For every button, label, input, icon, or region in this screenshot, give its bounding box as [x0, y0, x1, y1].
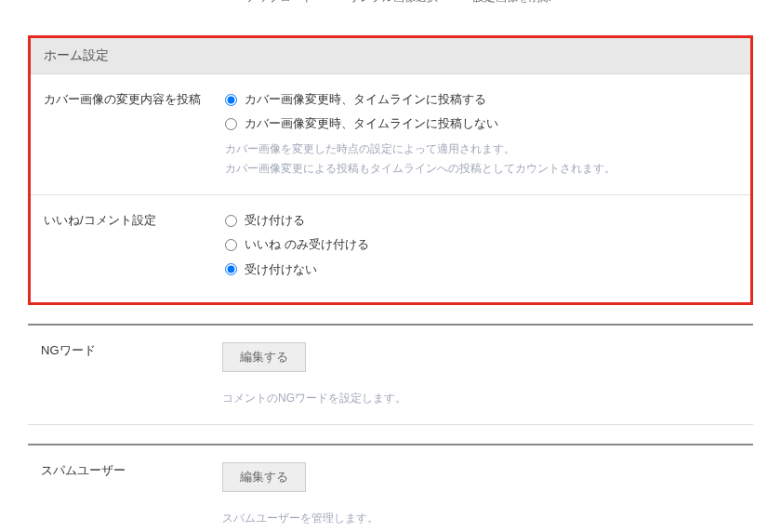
spam-edit-button[interactable]: 編集する [222, 462, 306, 492]
ngword-help: コメントのNGワードを設定します。 [222, 389, 740, 407]
cover-post-radio-nopost[interactable] [225, 118, 237, 130]
cover-post-radio-post[interactable] [225, 94, 237, 106]
like-comment-option-accept[interactable]: 受け付ける [225, 212, 737, 229]
spam-panel: スパムユーザー 編集する スパムユーザーを管理します。 [28, 444, 753, 532]
like-comment-label: いいね/コメント設定 [44, 212, 225, 286]
like-comment-row: いいね/コメント設定 受け付ける いいね のみ受け付ける 受け付けない [31, 195, 750, 302]
cover-post-row: カバー画像の変更内容を投稿 カバー画像変更時、タイムラインに投稿する カバー画像… [31, 74, 750, 195]
home-settings-header: ホーム設定 [31, 38, 750, 74]
ngword-panel: NGワード 編集する コメントのNGワードを設定します。 [28, 324, 753, 425]
top-button-row: アップロード サンプル画像選択 設定画像を削除 [232, 0, 753, 17]
cover-post-help: カバー画像を変更した時点の設定によって適用されます。 カバー画像変更による投稿も… [225, 140, 737, 178]
like-comment-radio-likeonly[interactable] [225, 239, 237, 251]
like-comment-radio-reject-label: 受け付けない [245, 261, 317, 278]
ngword-edit-button[interactable]: 編集する [222, 342, 306, 372]
cover-post-controls: カバー画像変更時、タイムラインに投稿する カバー画像変更時、タイムラインに投稿し… [225, 91, 737, 178]
spam-label: スパムユーザー [41, 462, 222, 527]
like-comment-radio-accept[interactable] [225, 215, 237, 227]
spam-help: スパムユーザーを管理します。 [222, 509, 740, 527]
like-comment-radio-accept-label: 受け付ける [245, 212, 305, 229]
cover-post-radio-post-label: カバー画像変更時、タイムラインに投稿する [245, 91, 486, 108]
home-settings-panel: ホーム設定 カバー画像の変更内容を投稿 カバー画像変更時、タイムラインに投稿する… [28, 35, 753, 305]
cover-post-option-nopost[interactable]: カバー画像変更時、タイムラインに投稿しない [225, 115, 737, 132]
cover-post-help-line2: カバー画像変更による投稿もタイムラインへの投稿としてカウントされます。 [225, 159, 737, 178]
like-comment-radio-reject[interactable] [225, 263, 237, 275]
ngword-label: NGワード [41, 342, 222, 407]
cover-post-option-post[interactable]: カバー画像変更時、タイムラインに投稿する [225, 91, 737, 108]
like-comment-controls: 受け付ける いいね のみ受け付ける 受け付けない [225, 212, 737, 286]
cover-post-label: カバー画像の変更内容を投稿 [44, 91, 225, 178]
like-comment-option-likeonly[interactable]: いいね のみ受け付ける [225, 236, 737, 253]
cover-post-help-line1: カバー画像を変更した時点の設定によって適用されます。 [225, 140, 737, 158]
like-comment-option-reject[interactable]: 受け付けない [225, 261, 737, 278]
cover-post-radio-nopost-label: カバー画像変更時、タイムラインに投稿しない [245, 115, 498, 132]
like-comment-radio-likeonly-label: いいね のみ受け付ける [245, 236, 369, 253]
